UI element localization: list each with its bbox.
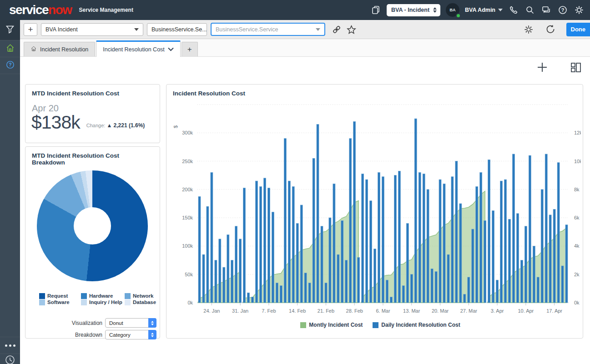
daily-cost-bar[interactable]: [267, 188, 270, 303]
daily-cost-bar[interactable]: [235, 226, 237, 303]
daily-cost-bar[interactable]: [447, 254, 449, 303]
avatar[interactable]: BA: [446, 3, 459, 17]
daily-cost-bar[interactable]: [406, 224, 408, 303]
tab-incident-resolution[interactable]: Incident Resolution: [24, 42, 95, 56]
daily-cost-bar[interactable]: [549, 215, 551, 303]
daily-cost-bar[interactable]: [260, 187, 262, 303]
daily-cost-bar[interactable]: [345, 260, 348, 303]
daily-cost-bar[interactable]: [349, 139, 352, 303]
legend-item[interactable]: Inquiry / Help: [81, 299, 125, 305]
legend-item[interactable]: Hardware: [81, 293, 125, 299]
daily-cost-bar[interactable]: [358, 257, 360, 303]
gear-icon[interactable]: [574, 5, 585, 15]
daily-cost-bar[interactable]: [512, 154, 514, 303]
daily-cost-bar[interactable]: [459, 204, 462, 303]
add-tab-button[interactable]: +: [182, 42, 198, 56]
daily-cost-bar[interactable]: [455, 161, 458, 303]
daily-cost-bar[interactable]: [264, 178, 266, 303]
daily-cost-bar[interactable]: [223, 267, 225, 303]
daily-cost-bar[interactable]: [353, 121, 356, 303]
daily-cost-bar[interactable]: [247, 293, 250, 303]
daily-cost-bar[interactable]: [533, 246, 535, 303]
daily-cost-bar[interactable]: [520, 260, 523, 303]
chart-legend-item[interactable]: Montly Incident Cost: [300, 322, 363, 328]
daily-cost-bar[interactable]: [524, 226, 527, 303]
daily-cost-bar[interactable]: [509, 219, 511, 303]
daily-cost-bar[interactable]: [390, 297, 392, 303]
daily-cost-bar[interactable]: [256, 181, 258, 303]
daily-cost-bar[interactable]: [219, 239, 221, 303]
help-icon[interactable]: ?: [557, 5, 568, 15]
chevron-down-icon[interactable]: [168, 46, 174, 53]
daily-cost-bar[interactable]: [561, 266, 564, 303]
daily-cost-bar[interactable]: [529, 155, 531, 303]
daily-cost-bar[interactable]: [480, 173, 482, 303]
chart-legend-item[interactable]: Daily Incident Resolution Cost: [373, 322, 460, 328]
daily-cost-bar[interactable]: [419, 173, 421, 303]
daily-cost-bar[interactable]: [423, 174, 425, 303]
daily-cost-bar[interactable]: [378, 173, 380, 303]
visualization-select[interactable]: Donut: [105, 318, 156, 328]
daily-cost-bar[interactable]: [366, 180, 368, 303]
layout-icon[interactable]: [570, 61, 582, 75]
dashboard-select[interactable]: BVA Incident: [41, 23, 143, 36]
search-icon[interactable]: [524, 5, 535, 15]
daily-cost-bar[interactable]: [333, 184, 335, 303]
daily-cost-bar[interactable]: [496, 280, 499, 303]
daily-cost-bar[interactable]: [211, 173, 213, 303]
daily-cost-bar[interactable]: [198, 196, 201, 303]
daily-cost-bar[interactable]: [272, 212, 274, 303]
daily-cost-bar[interactable]: [284, 139, 286, 303]
daily-cost-bar[interactable]: [207, 206, 209, 303]
daily-cost-bar[interactable]: [325, 283, 327, 303]
daily-cost-bar[interactable]: [488, 160, 490, 303]
daily-cost-bar[interactable]: [500, 181, 503, 303]
phone-icon[interactable]: [508, 5, 519, 15]
daily-cost-bar[interactable]: [300, 205, 303, 303]
sidebar-item-help[interactable]: ?: [0, 57, 20, 74]
tab-incident-resolution-cost[interactable]: Incident Resolution Cost: [96, 40, 181, 57]
daily-cost-bar[interactable]: [451, 177, 454, 303]
daily-cost-bar[interactable]: [317, 125, 319, 303]
daily-cost-bar[interactable]: [394, 175, 396, 303]
daily-cost-bar[interactable]: [504, 180, 507, 303]
daily-cost-bar[interactable]: [545, 154, 547, 303]
daily-cost-bar[interactable]: [398, 171, 400, 303]
daily-cost-bar[interactable]: [215, 260, 217, 303]
daily-cost-bar[interactable]: [431, 269, 433, 303]
daily-cost-bar[interactable]: [476, 187, 478, 303]
app-switcher-icon[interactable]: [370, 5, 381, 15]
daily-cost-bar[interactable]: [492, 211, 494, 303]
daily-cost-bar[interactable]: [252, 297, 254, 303]
daily-cost-bar[interactable]: [553, 209, 555, 303]
daily-cost-bar[interactable]: [537, 277, 539, 303]
daily-cost-bar[interactable]: [464, 294, 466, 303]
daily-cost-bar[interactable]: [374, 249, 376, 303]
user-menu[interactable]: BVA Admin: [465, 7, 503, 13]
daily-cost-bar[interactable]: [410, 274, 413, 303]
daily-cost-bar[interactable]: [435, 272, 437, 303]
sidebar-item-home[interactable]: [0, 40, 20, 57]
daily-cost-bar[interactable]: [321, 226, 323, 303]
daily-cost-bar[interactable]: [288, 181, 290, 303]
star-icon[interactable]: [345, 24, 357, 35]
daily-cost-bar[interactable]: [329, 218, 331, 303]
daily-cost-bar[interactable]: [243, 188, 246, 303]
breakdown-source-select[interactable]: BusinessService.Se...: [147, 23, 207, 36]
legend-item[interactable]: Network: [125, 293, 153, 299]
daily-cost-bar[interactable]: [386, 280, 388, 303]
chat-icon[interactable]: [541, 5, 552, 15]
daily-cost-bar[interactable]: [280, 286, 282, 303]
daily-cost-bar[interactable]: [362, 174, 364, 303]
add-dashboard-button[interactable]: +: [24, 23, 37, 36]
daily-cost-bar[interactable]: [484, 220, 486, 303]
daily-cost-bar[interactable]: [382, 177, 384, 303]
daily-cost-bar[interactable]: [370, 201, 372, 303]
breakdown-filter-input[interactable]: BusinessService.Service: [211, 23, 325, 36]
daily-cost-bar[interactable]: [276, 283, 278, 303]
add-widget-icon[interactable]: [536, 61, 548, 75]
daily-cost-bar[interactable]: [308, 283, 311, 303]
daily-cost-bar[interactable]: [541, 189, 543, 303]
daily-cost-bar[interactable]: [227, 235, 229, 303]
daily-cost-bar[interactable]: [304, 273, 307, 303]
